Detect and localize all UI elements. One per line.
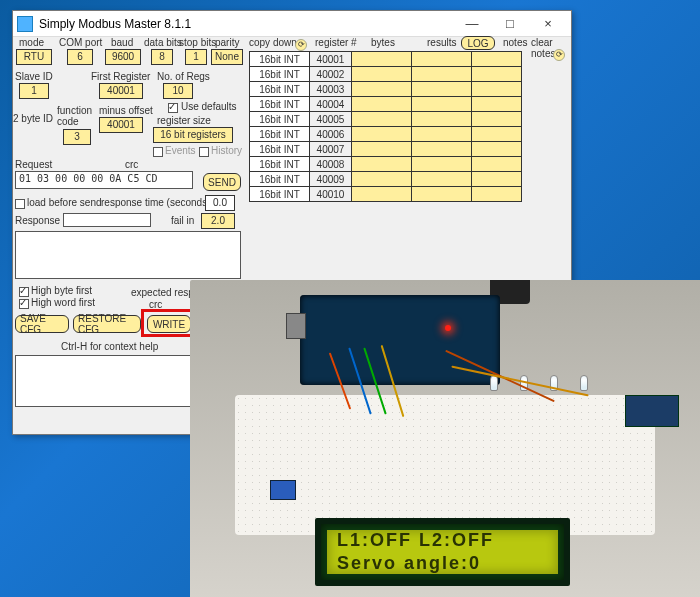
- high-word-checkbox[interactable]: [19, 299, 29, 309]
- minusoffset-label: minus offset: [99, 105, 153, 116]
- bytes-cell: [352, 112, 412, 127]
- context-help-box[interactable]: [15, 355, 195, 407]
- minusoffset-field[interactable]: 40001: [99, 117, 143, 133]
- window-title: Simply Modbus Master 8.1.1: [39, 17, 191, 31]
- databits-field[interactable]: 8: [151, 49, 173, 65]
- copydown-refresh-icon[interactable]: ⟳: [295, 39, 307, 51]
- datatype-cell[interactable]: 16bit INT: [250, 52, 310, 67]
- results-cell: [412, 142, 472, 157]
- expected-resp-label: expected resp: [131, 287, 194, 298]
- request-bytes[interactable]: 01 03 00 00 00 0A C5 CD: [15, 171, 193, 189]
- send-button[interactable]: SEND: [203, 173, 241, 191]
- datatype-cell[interactable]: 16bit INT: [250, 157, 310, 172]
- results-label: results: [427, 37, 456, 48]
- results-cell: [412, 82, 472, 97]
- bytes-cell: [352, 142, 412, 157]
- results-cell: [412, 112, 472, 127]
- register-cell: 40001: [310, 52, 352, 67]
- slaveid-field[interactable]: 1: [19, 83, 49, 99]
- high-word-label: High word first: [31, 297, 95, 308]
- parity-field[interactable]: None: [211, 49, 243, 65]
- register-cell: 40010: [310, 187, 352, 202]
- table-row: 16bit INT40001: [250, 52, 522, 67]
- lcd-screen: L1:OFF L2:OFF Servo angle:0: [327, 530, 558, 574]
- datatype-cell[interactable]: 16bit INT: [250, 97, 310, 112]
- table-row: 16bit INT40007: [250, 142, 522, 157]
- clearnotes-refresh-icon[interactable]: ⟳: [553, 49, 565, 61]
- byteid-label: 2 byte ID: [13, 113, 53, 124]
- notes-cell[interactable]: [472, 97, 522, 112]
- response-field[interactable]: [63, 213, 151, 227]
- notes-cell[interactable]: [472, 142, 522, 157]
- funccode-field[interactable]: 3: [63, 129, 91, 145]
- datatype-cell[interactable]: 16bit INT: [250, 82, 310, 97]
- load-before-send-checkbox[interactable]: [15, 199, 25, 209]
- datatype-cell[interactable]: 16bit INT: [250, 67, 310, 82]
- results-cell: [412, 67, 472, 82]
- results-cell: [412, 127, 472, 142]
- table-row: 16bit INT40004: [250, 97, 522, 112]
- regsize-field[interactable]: 16 bit registers: [153, 127, 233, 143]
- parity-label: parity: [215, 37, 239, 48]
- nregs-field[interactable]: 10: [163, 83, 193, 99]
- datatype-cell[interactable]: 16bit INT: [250, 187, 310, 202]
- high-byte-label: High byte first: [31, 285, 92, 296]
- datatype-cell[interactable]: 16bit INT: [250, 172, 310, 187]
- notes-cell[interactable]: [472, 157, 522, 172]
- baud-field[interactable]: 9600: [105, 49, 141, 65]
- save-cfg-button[interactable]: SAVE CFG: [15, 315, 69, 333]
- hardware-photo: L1:OFF L2:OFF Servo angle:0: [190, 280, 700, 597]
- history-checkbox[interactable]: [199, 147, 209, 157]
- register-cell: 40009: [310, 172, 352, 187]
- bytes-cell: [352, 157, 412, 172]
- use-defaults-checkbox[interactable]: [168, 103, 178, 113]
- bytes-cell: [352, 97, 412, 112]
- restore-cfg-button[interactable]: RESTORE CFG: [73, 315, 141, 333]
- datatype-cell[interactable]: 16bit INT: [250, 112, 310, 127]
- bytes-cell: [352, 187, 412, 202]
- high-byte-checkbox[interactable]: [19, 287, 29, 297]
- response-label: Response: [15, 215, 60, 226]
- titlebar[interactable]: Simply Modbus Master 8.1.1 — □ ×: [13, 11, 571, 37]
- datatype-cell[interactable]: 16bit INT: [250, 142, 310, 157]
- results-cell: [412, 52, 472, 67]
- notes-cell[interactable]: [472, 52, 522, 67]
- table-row: 16bit INT40006: [250, 127, 522, 142]
- close-button[interactable]: ×: [529, 13, 567, 35]
- register-cell: 40005: [310, 112, 352, 127]
- notes-cell[interactable]: [472, 112, 522, 127]
- failin-label: fail in: [171, 215, 194, 226]
- responsetime-field: 0.0: [205, 195, 235, 211]
- mode-label: mode: [19, 37, 44, 48]
- failin-field[interactable]: 2.0: [201, 213, 235, 229]
- clearnotes-label: clear notes: [531, 37, 571, 59]
- minimize-button[interactable]: —: [453, 13, 491, 35]
- notes-cell[interactable]: [472, 127, 522, 142]
- regsize-label: register size: [157, 115, 211, 126]
- datatype-cell[interactable]: 16bit INT: [250, 127, 310, 142]
- comport-field[interactable]: 6: [67, 49, 93, 65]
- maximize-button[interactable]: □: [491, 13, 529, 35]
- bytes-cell: [352, 127, 412, 142]
- notes-cell[interactable]: [472, 67, 522, 82]
- responsetime-label: response time (seconds): [101, 197, 211, 208]
- funccode-label: function code: [57, 105, 92, 127]
- notes-cell[interactable]: [472, 82, 522, 97]
- register-cell: 40008: [310, 157, 352, 172]
- bytes-cell: [352, 172, 412, 187]
- stopbits-field[interactable]: 1: [185, 49, 207, 65]
- notes-cell[interactable]: [472, 187, 522, 202]
- firstreg-field[interactable]: 40001: [99, 83, 143, 99]
- mode-field[interactable]: RTU: [16, 49, 52, 65]
- bytes-cell: [352, 52, 412, 67]
- response-text[interactable]: [15, 231, 241, 279]
- log-button[interactable]: LOG: [461, 36, 495, 50]
- comport-label: COM port: [59, 37, 102, 48]
- register-grid: 16bit INT4000116bit INT4000216bit INT400…: [249, 51, 522, 202]
- databits-label: data bits: [144, 37, 182, 48]
- firstreg-label: First Register: [91, 71, 150, 82]
- notes-cell[interactable]: [472, 172, 522, 187]
- table-row: 16bit INT40005: [250, 112, 522, 127]
- events-checkbox[interactable]: [153, 147, 163, 157]
- bytes-cell: [352, 67, 412, 82]
